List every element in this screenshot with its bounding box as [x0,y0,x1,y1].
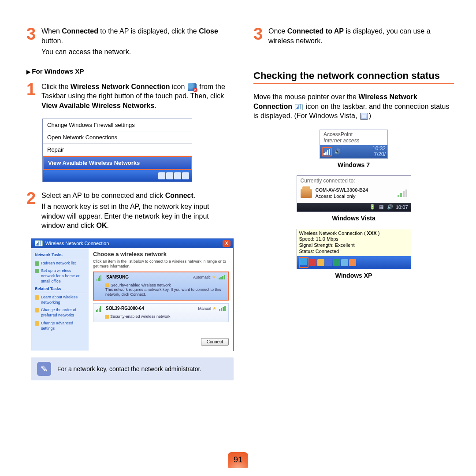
figure-windows-7: AccessPoint Internet access 🔊 10:32 7/20… [253,130,454,168]
xp-tooltip: Wireless Network Connection ( XXX ) Spee… [297,229,411,270]
paragraph: Move the mouse pointer over the Wireless… [253,92,454,121]
tray-icon [158,172,165,179]
xp-line1a: Wireless Network Connection ( [299,231,367,236]
tray-icon[interactable] [317,259,324,266]
vista-taskbar: 🔋 ▦ 🔊 10:07 [297,203,411,212]
step-body: Once Connected to AP is displayed, you c… [268,26,454,47]
text: . [193,192,195,199]
note-text: For a network key, contact the network a… [57,365,201,372]
text: When [41,27,62,35]
figure-caption: Windows Vista [253,215,454,222]
text: to the AP is displayed, click the [98,27,199,35]
figure-caption: Windows 7 [253,161,454,168]
text-bold: View Available Wireless Networks [41,102,154,109]
menu-item[interactable]: Open Network Connections [43,131,192,144]
dialog-titlebar[interactable]: Wireless Network Connection X [31,239,233,248]
network-item-selected[interactable]: SAMSUNG Automatic ★ Security-enabled wir… [93,271,229,301]
sidebar-link[interactable]: Refresh network list [35,261,85,266]
step-body: Click the Wireless Network Connection ic… [41,82,234,112]
wireless-connection-x-icon [188,83,197,91]
step-3-left: 3 When Connected to the AP is displayed,… [26,26,234,59]
network-item[interactable]: SOL39-RG1000-64 Manual ★ Security-enable… [93,303,229,322]
xp-speed: Speed: 11.0 Mbps [299,236,409,242]
clock: 10:07 [396,205,408,210]
signal-icon-highlight[interactable] [322,147,332,156]
wireless-icon-highlight[interactable] [299,257,309,268]
vista-network-icon [360,113,368,120]
dialog-body: Network Tasks Refresh network list Set u… [31,248,233,351]
w7-status: Internet access [324,138,384,144]
star-icon: ★ [212,306,216,311]
sidebar-link[interactable]: Change advanced settings [35,321,85,331]
tray-icon [182,172,189,179]
tray-icon[interactable] [349,259,356,266]
main-subtext: Click an item in the list below to conne… [93,259,229,269]
text-bold: Close [199,27,218,35]
security-label: Security-enabled wireless network [110,314,171,319]
bars-icon [219,275,225,279]
sidebar-link[interactable]: Change the order of preferred networks [35,308,85,318]
taskbar-strip [43,170,192,182]
advanced-icon [35,321,39,326]
dialog-title: Wireless Network Connection [45,241,109,246]
text: Once [268,27,287,35]
text: icon [170,83,186,90]
tray-icon[interactable] [341,259,348,266]
sidebar-link[interactable]: Learn about wireless networking [35,295,85,305]
wireless-dialog-screenshot: Wireless Network Connection X Network Ta… [31,238,234,351]
speaker-icon[interactable]: 🔊 [387,204,393,210]
step-1: 1 Click the Wireless Network Connection … [26,82,234,112]
text-bold: Connected [62,27,98,35]
order-icon [35,308,39,312]
signal-icon [97,274,104,281]
setup-icon [35,269,39,273]
bars-icon [398,190,407,197]
menu-item[interactable]: Repair [43,144,192,156]
sidebar-link[interactable]: Set up a wireless network for a home or … [35,268,85,284]
vista-top-label: Currently connected to: [297,176,411,186]
step-number: 2 [26,190,41,207]
vista-ssid: COM-AV-SWL3300-B24 [316,187,368,193]
step-number: 1 [26,81,41,98]
sidebar-label: Set up a wireless network for a home or … [41,268,85,284]
xp-status: Status: Connected [299,249,409,255]
bench-icon [301,189,312,198]
tray-icon [166,172,173,179]
text: . [154,102,156,109]
clock: 10:32 7/20/ [372,146,386,157]
close-icon[interactable]: X [223,240,231,247]
text: If a network key is set in the AP, the n… [41,203,209,229]
left-column: 3 When Connected to the AP is displayed,… [26,26,234,380]
menu-item[interactable]: Change Windows Firewall settings [43,119,192,131]
w7-popup: AccessPoint Internet access 🔊 10:32 7/20… [320,130,388,159]
lock-icon [105,315,109,319]
vista-network: COM-AV-SWL3300-B24 Access: Local only [316,187,368,199]
text: Move the mouse pointer over the [253,93,358,100]
sidebar: Network Tasks Refresh network list Set u… [31,248,89,351]
sidebar-label: Change the order of preferred networks [41,308,85,318]
sidebar-label: Refresh network list [41,261,76,266]
network-icon[interactable]: ▦ [378,204,384,210]
connect-button[interactable]: Connect [201,338,229,346]
lock-icon [105,283,109,287]
sidebar-label: Learn about wireless networking [41,295,85,305]
text: button. [41,37,63,45]
network-mode: Manual [198,306,211,311]
menu-item-selected[interactable]: View Available Wireless Networks [43,156,192,170]
tray-icon[interactable] [309,259,316,266]
page: 3 When Connected to the AP is displayed,… [0,0,476,398]
note-box: ✎ For a network key, contact the network… [31,357,234,380]
tray-icon[interactable] [325,259,332,266]
step-2: 2 Select an AP to be connected and click… [26,191,234,232]
tray-icon[interactable] [333,259,340,266]
sidebar-label: Change advanced settings [41,321,85,331]
step-body: Select an AP to be connected and click C… [41,191,234,232]
network-mode: Automatic [193,275,211,279]
text: Select an AP to be connected and click [41,192,165,199]
security-label: Security-enabled wireless network [111,283,171,287]
text: Click the [41,83,71,90]
speaker-icon[interactable]: 🔊 [334,149,341,155]
battery-icon[interactable]: 🔋 [369,204,376,210]
context-menu-screenshot: Change Windows Firewall settings Open Ne… [42,119,192,182]
page-number: 91 [228,452,248,468]
